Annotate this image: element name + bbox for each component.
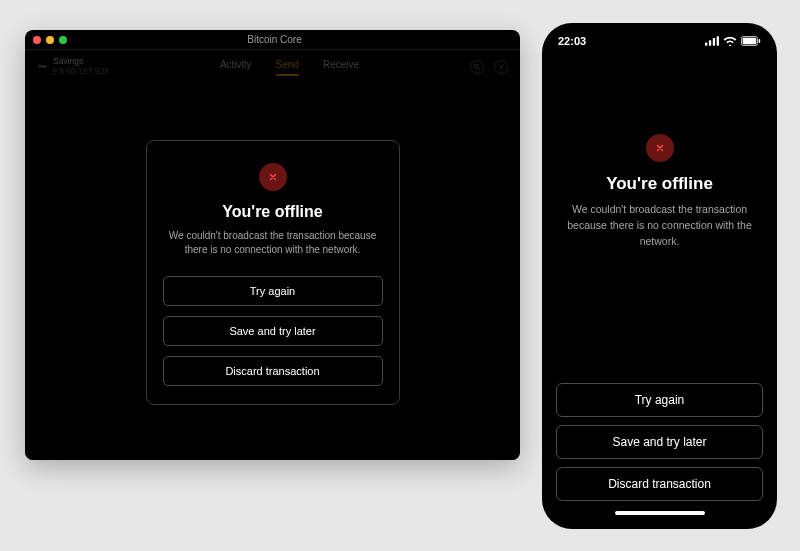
- try-again-button[interactable]: Try again: [163, 276, 383, 306]
- home-indicator[interactable]: [615, 511, 705, 515]
- key-icon: [37, 62, 47, 72]
- nav-tab-send[interactable]: Send: [276, 59, 299, 76]
- svg-line-1: [478, 68, 480, 70]
- settings-icon[interactable]: [494, 60, 508, 74]
- search-icon[interactable]: [470, 60, 484, 74]
- error-icon: [259, 163, 287, 191]
- wifi-icon: [723, 36, 737, 46]
- window-titlebar: Bitcoin Core: [25, 30, 520, 50]
- traffic-lights: [33, 36, 67, 44]
- svg-rect-3: [705, 43, 707, 46]
- phone-frame: 22:03 You're offline We could: [542, 23, 777, 529]
- desktop-app-window: Bitcoin Core Savings ₿ 5.00 167 938 Acti…: [25, 30, 520, 460]
- save-try-later-button[interactable]: Save and try later: [163, 316, 383, 346]
- svg-rect-6: [717, 36, 719, 45]
- close-icon: [655, 143, 665, 153]
- try-again-button[interactable]: Try again: [556, 383, 763, 417]
- offline-modal: You're offline We couldn't broadcast the…: [146, 140, 400, 405]
- main-nav: Activity Send Receive: [117, 59, 462, 76]
- window-title: Bitcoin Core: [67, 34, 482, 45]
- phone-content: You're offline We couldn't broadcast the…: [542, 53, 777, 529]
- account-info[interactable]: Savings ₿ 5.00 167 938: [37, 57, 109, 77]
- phone-notch: [613, 23, 707, 43]
- window-zoom-button[interactable]: [59, 36, 67, 44]
- app-topbar: Savings ₿ 5.00 167 938 Activity Send Rec…: [25, 50, 520, 84]
- modal-title: You're offline: [222, 203, 322, 221]
- window-close-button[interactable]: [33, 36, 41, 44]
- discard-transaction-button[interactable]: Discard transaction: [163, 356, 383, 386]
- battery-icon: [741, 36, 761, 46]
- svg-point-2: [500, 66, 502, 68]
- svg-rect-5: [713, 38, 715, 46]
- statusbar-time: 22:03: [558, 35, 586, 47]
- phone-title: You're offline: [606, 174, 713, 194]
- save-try-later-button[interactable]: Save and try later: [556, 425, 763, 459]
- error-icon: [646, 134, 674, 162]
- discard-transaction-button[interactable]: Discard transaction: [556, 467, 763, 501]
- modal-message: We couldn't broadcast the transaction be…: [163, 229, 383, 258]
- account-balance: ₿ 5.00 167 938: [53, 67, 109, 77]
- cellular-icon: [705, 36, 719, 46]
- svg-rect-9: [759, 39, 761, 43]
- window-minimize-button[interactable]: [46, 36, 54, 44]
- phone-message: We couldn't broadcast the transaction be…: [560, 202, 760, 249]
- svg-point-0: [474, 64, 478, 68]
- nav-tab-receive[interactable]: Receive: [323, 59, 359, 76]
- svg-rect-8: [743, 38, 757, 44]
- nav-tab-activity[interactable]: Activity: [220, 59, 252, 76]
- close-icon: [268, 172, 278, 182]
- svg-rect-4: [709, 40, 711, 45]
